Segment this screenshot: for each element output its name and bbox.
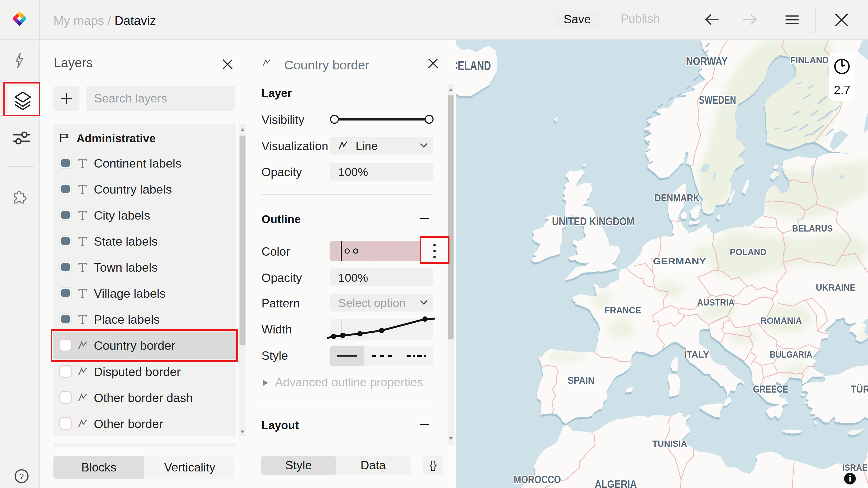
svg-text:ALGERIA: ALGERIA — [595, 479, 637, 488]
svg-text:BULGARIA: BULGARIA — [770, 349, 812, 359]
svg-text:UNITED KINGDOM: UNITED KINGDOM — [552, 215, 634, 228]
svg-text:GREECE: GREECE — [753, 384, 788, 395]
svg-text:MOROCCO: MOROCCO — [514, 474, 561, 485]
svg-text:ITALY: ITALY — [684, 349, 709, 359]
svg-text:ICELAND: ICELAND — [456, 58, 491, 73]
svg-text:DENMARK: DENMARK — [654, 193, 700, 204]
svg-text:POLAND: POLAND — [730, 247, 767, 257]
svg-text:GERMANY: GERMANY — [653, 256, 706, 266]
svg-text:NORWAY: NORWAY — [686, 55, 728, 67]
svg-text:FINLAND: FINLAND — [790, 55, 829, 65]
svg-text:?: ? — [19, 472, 24, 481]
svg-text:UKRAINE: UKRAINE — [816, 282, 856, 293]
svg-text:TÜRKIYE: TÜRKIYE — [850, 384, 868, 395]
svg-text:SPAIN: SPAIN — [568, 375, 595, 386]
svg-text:TUNISIA: TUNISIA — [652, 438, 687, 449]
svg-text:FRANCE: FRANCE — [604, 305, 641, 315]
svg-text:ISRAEL: ISRAEL — [842, 462, 868, 473]
svg-text:BELARUS: BELARUS — [792, 223, 833, 233]
svg-text:AUSTRIA: AUSTRIA — [697, 297, 735, 307]
svg-text:SWEDEN: SWEDEN — [699, 93, 736, 106]
svg-text:ROMANIA: ROMANIA — [761, 316, 802, 326]
